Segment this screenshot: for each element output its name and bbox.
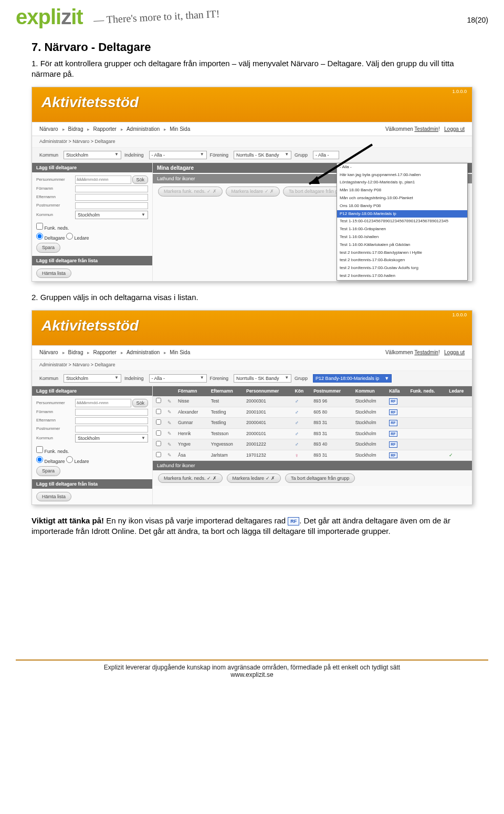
efternamn-input[interactable] (75, 417, 148, 424)
forening-select[interactable]: Norrtulls - SK Bandy▼ (234, 151, 291, 159)
cell-kon: ♀ (292, 450, 311, 461)
nav-min-sida[interactable]: Min Sida (170, 349, 190, 356)
forening-select[interactable]: Norrtulls - SK Bandy▼ (234, 374, 291, 383)
cell-kalla: RF (386, 396, 407, 407)
chevron-down-icon: ▼ (141, 212, 145, 218)
hamta-lista-button[interactable]: Hämta lista (36, 492, 71, 501)
user-link[interactable]: Testadmin (414, 349, 438, 355)
hamta-lista-button[interactable]: Hämta lista (36, 269, 71, 278)
row-checkbox[interactable] (156, 398, 161, 403)
indelning-select[interactable]: - Alla -▼ (149, 151, 207, 159)
cell-fornamn: Henrik (175, 428, 208, 439)
logo: explizit (16, 5, 83, 29)
cell-fornamn: Gunnar (175, 418, 208, 429)
deltagare-radio[interactable] (36, 456, 43, 463)
dropdown-item-selected[interactable]: P12 Bandy-18:00-Mariedals ip (337, 210, 467, 218)
fornamn-input[interactable] (75, 409, 148, 416)
funkneds-checkbox[interactable] (36, 223, 43, 230)
dropdown-item[interactable]: Mån och onsdagsträning-18:00-Planket (337, 194, 467, 202)
nav-rapporter[interactable]: Rapporter (93, 126, 116, 133)
app-title: Aktivitetsstöd (41, 92, 463, 112)
nav-administration[interactable]: Administration (127, 126, 160, 133)
nav-bidrag[interactable]: Bidrag (68, 126, 83, 133)
cell-pnr: 20000401 (243, 418, 292, 429)
ledare-radio[interactable] (66, 233, 73, 240)
section-title: 7. Närvaro - Deltagare (32, 39, 472, 55)
kommun-select[interactable]: Stockholm▼ (64, 374, 121, 383)
pencil-icon[interactable]: ✎ (167, 399, 172, 404)
row-checkbox[interactable] (156, 452, 161, 457)
ledare-radio[interactable] (66, 456, 73, 463)
breadcrumb: Administratör > Närvaro > Deltagare (32, 359, 472, 370)
nav-rapporter[interactable]: Rapporter (93, 349, 116, 356)
dropdown-item[interactable]: Test 1-15:00-012345678901234567890123456… (337, 218, 467, 225)
personnummer-input[interactable] (75, 176, 131, 184)
th-efternamn[interactable]: Efternamn (208, 386, 243, 396)
row-checkbox[interactable] (156, 419, 161, 425)
th-postnummer[interactable]: Postnummer (310, 386, 352, 396)
markera-funk-button[interactable]: Markera funk. neds. ✓ ✗ (158, 473, 223, 483)
important-note: Viktigt att tänka på! En ny ikon visas p… (32, 516, 472, 537)
pencil-icon[interactable]: ✎ (167, 420, 172, 426)
nav-bidrag[interactable]: Bidrag (68, 349, 83, 356)
row-checkbox[interactable] (156, 441, 161, 446)
th-kommun[interactable]: Kommun (352, 386, 386, 396)
dropdown-item[interactable]: test 2 bordtennis-17:00-Bandyplanen i Hy… (337, 249, 467, 257)
chevron-right-icon: ▸ (164, 349, 166, 356)
dropdown-item[interactable]: test 2 bordtennis-17:00-Bokskogen (337, 256, 467, 264)
th-ledare[interactable]: Ledare (446, 386, 472, 396)
sok-button[interactable]: Sök (132, 399, 148, 407)
indelning-select[interactable]: - Alla -▼ (149, 374, 207, 383)
grupp-select-active[interactable]: P12 Bandy-18:00-Mariedals ip ▼ (313, 374, 392, 383)
markera-ledare-button[interactable]: Markera ledare ✓ ✗ (227, 473, 281, 483)
kommun-select[interactable]: Stockholm▼ (64, 151, 121, 159)
logout-link[interactable]: Logga ut (444, 126, 465, 132)
pencil-icon[interactable]: ✎ (167, 431, 172, 436)
postnummer-input[interactable] (75, 202, 148, 209)
sidebar: Lägg till deltagare Personnummer Sök För… (32, 386, 153, 504)
postnummer-label: Postnummer (36, 426, 73, 432)
th-funkneds[interactable]: Funk. neds. (407, 386, 446, 396)
table-row: ✎GunnarTestling20000401♂893 31StockholmR… (153, 418, 472, 429)
logo-part2: z (61, 5, 71, 29)
logout-link[interactable]: Logga ut (444, 349, 465, 355)
th-kalla[interactable]: Källa (386, 386, 407, 396)
dropdown-item[interactable]: test 2 bordtennis-17:00-hallen (337, 272, 467, 280)
cell-kon: ♂ (292, 407, 311, 418)
cell-post: 893 31 (310, 418, 352, 429)
sok-button[interactable]: Sök (132, 176, 148, 184)
deltagare-radio[interactable] (36, 233, 43, 240)
spara-button[interactable]: Spara (36, 466, 60, 476)
lathund-bar[interactable]: Lathund för ikoner (153, 461, 472, 470)
nav-min-sida[interactable]: Min Sida (170, 126, 190, 133)
dropdown-item[interactable]: test 2 bordtennis-17:00-Gustav Adolfs to… (337, 264, 467, 272)
nav-administration[interactable]: Administration (127, 349, 160, 356)
chevron-down-icon: ▼ (384, 375, 389, 382)
fornamn-input[interactable] (75, 186, 148, 192)
row-checkbox[interactable] (156, 430, 161, 436)
tabort-button[interactable]: Ta bort deltagare från grupp (285, 473, 355, 483)
funkneds-checkbox[interactable] (36, 446, 43, 453)
nav-narvaro[interactable]: Närvaro (39, 349, 58, 356)
cell-post: 893 40 (310, 439, 352, 450)
spara-button[interactable]: Spara (36, 243, 60, 252)
postnummer-input[interactable] (75, 426, 148, 432)
user-link[interactable]: Testadmin (414, 126, 438, 132)
dropdown-item[interactable]: Test 1-16:00-Gräsplanen (337, 225, 467, 233)
kommun-sb-select[interactable]: Stockholm▼ (75, 434, 148, 442)
efternamn-input[interactable] (75, 194, 148, 201)
dropdown-item[interactable]: Test 1-16:00-Källarlokalen på Gäddan (337, 241, 467, 249)
row-checkbox[interactable] (156, 409, 161, 414)
th-kon[interactable]: Kön (292, 386, 311, 396)
nav-narvaro[interactable]: Närvaro (39, 126, 58, 133)
personnummer-input[interactable] (75, 399, 131, 407)
dropdown-item[interactable]: Ons 18.00 Bandy P08 (337, 202, 467, 210)
th-personnummer[interactable]: Personnummer (243, 386, 292, 396)
pencil-icon[interactable]: ✎ (167, 409, 172, 415)
filter-row: Kommun Stockholm▼ Indelning - Alla -▼ Fö… (32, 371, 472, 386)
th-fornamn[interactable]: Förnamn (175, 386, 208, 396)
pencil-icon[interactable]: ✎ (167, 442, 172, 447)
dropdown-item[interactable]: Test 1-16:00-Ishallen (337, 233, 467, 241)
kommun-sb-select[interactable]: Stockholm▼ (75, 211, 148, 219)
pencil-icon[interactable]: ✎ (167, 452, 172, 458)
